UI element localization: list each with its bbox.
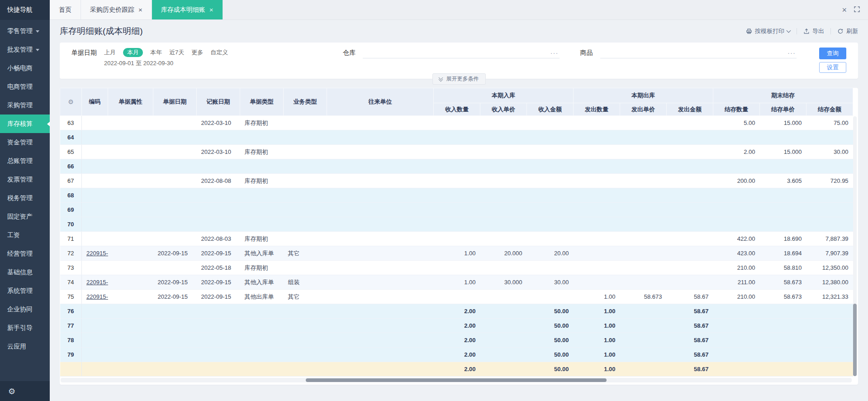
warehouse-picker-ellipsis-icon[interactable]: ··· — [550, 51, 560, 55]
cell-in-price — [480, 362, 527, 377]
expand-more-filters-button[interactable]: 展开更多条件 — [432, 73, 486, 85]
sidebar-item-invoice[interactable]: 发票管理 — [0, 170, 50, 189]
sidebar-item-business-management[interactable]: 经营管理 — [0, 244, 50, 263]
column-group-header: 本期出库 — [574, 88, 713, 103]
cell-doc-attribute — [108, 116, 153, 130]
cell-in-qty — [434, 159, 480, 174]
cell-record-date — [197, 203, 240, 217]
export-button[interactable]: 导出 — [803, 27, 824, 35]
column-header: 发出金额 — [667, 103, 713, 116]
cell-partner — [327, 304, 434, 319]
warehouse-filter: 仓库 ··· — [343, 48, 560, 58]
sidebar-item-beginner-guide[interactable]: 新手引导 — [0, 319, 50, 337]
page-title: 库存明细账(成本明细) — [60, 25, 143, 37]
horizontal-scrollbar-thumb[interactable] — [306, 378, 607, 382]
sidebar-item-payroll[interactable]: 工资 — [0, 226, 50, 244]
sidebar-item-cloud-apps[interactable]: 云应用 — [0, 337, 50, 356]
cell-out-amount — [667, 203, 713, 217]
cell-balance-price — [760, 319, 806, 333]
sidebar-item-xiaochang-ecommerce[interactable]: 小畅电商 — [0, 59, 50, 77]
sidebar-item-quick-nav[interactable]: 快捷导航 — [0, 0, 50, 20]
sidebar-item-purchase[interactable]: 采购管理 — [0, 96, 50, 115]
row-number: 65 — [60, 145, 82, 159]
vertical-scrollbar-thumb[interactable] — [853, 304, 857, 376]
column-header: 编码 — [82, 88, 108, 116]
cell-out-amount: 58.67 — [667, 290, 713, 304]
cell-doc-type: 其他入库单 — [240, 275, 284, 290]
export-label: 导出 — [812, 27, 824, 35]
query-button[interactable]: 查询 — [819, 48, 846, 59]
sidebar-item-funds[interactable]: 资金管理 — [0, 133, 50, 152]
cell-code[interactable]: 220915-0 — [82, 290, 108, 304]
sidebar-item-label: 云应用 — [7, 343, 26, 351]
date-option-last-month[interactable]: 上月 — [104, 48, 116, 57]
cell-code — [82, 174, 108, 188]
printer-icon — [746, 28, 752, 34]
sidebar-item-wholesale[interactable]: 批发管理 — [0, 40, 50, 59]
tab-purchase-price-history[interactable]: 采购历史价跟踪× — [81, 0, 152, 19]
cell-in-amount: 30.00 — [527, 275, 574, 290]
cell-partner — [327, 188, 434, 203]
cell-in-price — [480, 304, 527, 319]
date-option-this-year[interactable]: 本年 — [150, 48, 162, 57]
cell-code[interactable]: 220915-0 — [82, 275, 108, 290]
cell-doc-date — [153, 333, 197, 348]
print-by-template-button[interactable]: 按模板打印 — [746, 27, 790, 35]
cell-in-price — [480, 130, 527, 145]
cell-balance-amount — [806, 304, 853, 319]
cell-partner — [327, 275, 434, 290]
close-icon[interactable]: × — [138, 6, 142, 14]
cell-balance-amount — [806, 319, 853, 333]
close-icon[interactable]: × — [842, 6, 847, 14]
cell-out-qty — [574, 217, 620, 232]
sidebar-item-fixed-assets[interactable]: 固定资产 — [0, 207, 50, 226]
row-number: 78 — [60, 333, 82, 348]
cell-record-date: 2022-03-10 — [197, 145, 240, 159]
close-icon[interactable]: × — [209, 6, 213, 14]
cell-code[interactable]: 220915-0 — [82, 246, 108, 261]
table-row: 672022-08-08库存期初200.003.605720.95 — [60, 174, 853, 188]
tab-inventory-cost-detail[interactable]: 库存成本明细账× — [152, 0, 223, 19]
horizontal-scrollbar[interactable] — [61, 378, 852, 382]
column-settings-gear-icon[interactable]: ⚙ — [60, 88, 82, 116]
cell-biz-type — [284, 188, 327, 203]
cell-record-date — [197, 159, 240, 174]
sidebar-item-tax[interactable]: 税务管理 — [0, 189, 50, 207]
cell-balance-amount — [806, 348, 853, 362]
sidebar-item-retail[interactable]: 零售管理 — [0, 22, 50, 40]
sidebar-item-ecommerce[interactable]: 电商管理 — [0, 77, 50, 96]
cell-record-date — [197, 333, 240, 348]
gear-icon[interactable]: ⚙ — [8, 387, 15, 396]
warehouse-input[interactable]: ··· — [363, 48, 560, 58]
sidebar-item-inventory-accounting[interactable]: 库存核算 — [0, 115, 50, 133]
cell-in-price — [480, 159, 527, 174]
refresh-button[interactable]: 刷新 — [837, 27, 858, 35]
tab-home[interactable]: 首页 — [50, 0, 81, 19]
cell-doc-type: 库存期初 — [240, 261, 284, 275]
cell-out-amount — [667, 188, 713, 203]
sidebar-item-basic-info[interactable]: 基础信息 — [0, 263, 50, 282]
product-picker-ellipsis-icon[interactable]: ··· — [787, 51, 797, 55]
double-chevron-down-icon — [439, 76, 443, 81]
date-option-custom[interactable]: 自定义 — [210, 48, 228, 57]
cell-out-price — [620, 145, 667, 159]
settings-button[interactable]: 设置 — [819, 62, 846, 73]
cell-in-amount — [527, 130, 574, 145]
product-input[interactable]: ··· — [600, 48, 797, 58]
sidebar-item-enterprise-collaboration[interactable]: 企业协同 — [0, 300, 50, 319]
column-header: 单据类型 — [240, 88, 284, 116]
sidebar-item-label: 采购管理 — [7, 101, 33, 110]
cell-doc-type — [240, 203, 284, 217]
sidebar-item-general-ledger[interactable]: 总账管理 — [0, 152, 50, 170]
date-option-more[interactable]: 更多 — [191, 48, 203, 57]
vertical-scrollbar[interactable] — [853, 116, 857, 376]
date-option-last-7-days[interactable]: 近7天 — [169, 48, 184, 57]
table-row: 632022-03-10库存期初5.0015.00075.00 — [60, 116, 853, 130]
fullscreen-icon[interactable] — [854, 6, 860, 14]
cell-code — [82, 232, 108, 246]
cell-in-price — [480, 261, 527, 275]
date-option-this-month[interactable]: 本月 — [123, 48, 143, 57]
print-label: 按模板打印 — [755, 27, 784, 35]
sidebar-item-system[interactable]: 系统管理 — [0, 282, 50, 300]
cell-balance-amount — [806, 362, 853, 377]
